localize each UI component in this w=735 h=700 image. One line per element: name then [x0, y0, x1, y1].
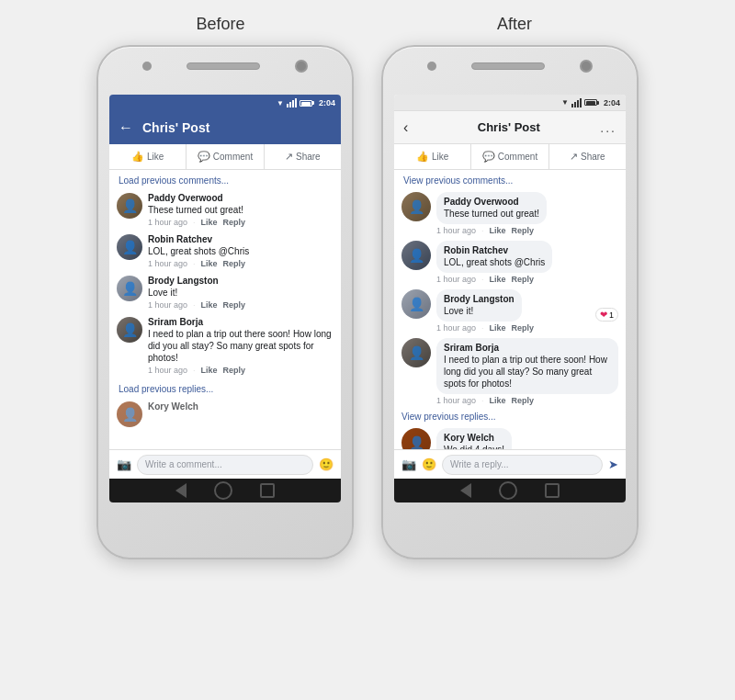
name-robin-after: Robin Ratchev — [444, 245, 545, 255]
time-brody-after: 1 hour ago — [436, 323, 476, 333]
after-content: View previous comments... 👤 Paddy Overwo… — [394, 170, 626, 449]
before-content: Load previous comments... 👤 Paddy Overwo… — [109, 170, 341, 449]
before-status-bar: ▼ 2:04 — [109, 95, 341, 111]
like-paddy-before[interactable]: Like — [201, 218, 218, 227]
reply-brody-before[interactable]: Reply — [223, 300, 246, 310]
emoji-icon-after[interactable]: 🙂 — [422, 457, 436, 471]
back-button-after[interactable] — [460, 483, 471, 498]
time-paddy-after: 1 hour ago — [436, 226, 476, 235]
text-robin-after: LOL, great shots @Chris — [444, 256, 545, 268]
after-comment-3: 👤 Brody Langston Love it! ❤ 1 — [394, 287, 626, 335]
phones-row: ▼ 2:04 — [96, 45, 639, 559]
speaker — [187, 62, 260, 70]
reply-robin-before[interactable]: Reply — [223, 259, 246, 268]
recents-button-after[interactable] — [545, 483, 560, 498]
reply-paddy-before[interactable]: Reply — [223, 218, 246, 227]
before-back-arrow[interactable]: ← — [119, 119, 133, 136]
before-load-previous[interactable]: Load previous comments... — [109, 170, 341, 189]
after-like-btn[interactable]: 👍 Like — [394, 144, 471, 169]
before-phone-top — [142, 60, 308, 73]
like-brody-before[interactable]: Like — [201, 300, 218, 310]
heart-icon: ❤ — [600, 310, 607, 320]
avatar-sriram-after: 👤 — [401, 338, 431, 367]
after-label: After — [395, 15, 634, 34]
before-load-replies[interactable]: Load previous replies... — [109, 378, 341, 398]
name-kory-before: Kory Welch — [148, 401, 334, 412]
before-share-btn[interactable]: ↗ Share — [265, 144, 341, 169]
before-comment-input[interactable]: Write a comment... — [137, 455, 313, 475]
text-sriram-before: I need to plan a trip out there soon! Ho… — [148, 328, 334, 364]
name-paddy-after: Paddy Overwood — [444, 197, 539, 207]
time-sriram-before: 1 hour ago — [148, 366, 187, 375]
avatar-robin-after: 👤 — [401, 241, 431, 270]
reply-brody-after[interactable]: Reply — [512, 323, 535, 333]
like-robin-before[interactable]: Like — [201, 259, 218, 268]
after-share-btn[interactable]: ↗ Share — [549, 144, 626, 169]
text-paddy-before: These turned out great! — [148, 204, 334, 216]
labels-row: Before After — [74, 15, 662, 34]
after-screen: ▼ 2:04 — [394, 95, 626, 502]
after-reply-input[interactable]: Write a reply... — [442, 455, 603, 475]
before-label: Before — [101, 15, 340, 34]
avatar-kory-after: 👤 — [401, 428, 431, 449]
comment-icon: 💬 — [198, 151, 210, 163]
before-nav-title: Chris' Post — [142, 120, 332, 135]
text-robin-before: LOL, great shots @Chris — [148, 245, 334, 257]
after-more-btn[interactable]: ... — [600, 120, 616, 135]
reply-sriram-after[interactable]: Reply — [512, 396, 535, 405]
recents-button-before[interactable] — [260, 483, 275, 498]
after-nav-bar: ‹ Chris' Post ... — [394, 111, 626, 144]
avatar-paddy-before: 👤 — [117, 193, 142, 219]
before-nav-bar: ← Chris' Post — [109, 111, 341, 144]
camera — [295, 60, 308, 73]
avatar-paddy-after: 👤 — [401, 192, 431, 221]
reaction-badge: ❤ 1 — [595, 308, 618, 322]
camera-icon-after[interactable]: 📷 — [401, 457, 416, 471]
before-comment-btn[interactable]: 💬 Comment — [187, 144, 264, 169]
after-reply-kory: 👤 Kory Welch We did 4 days! — [394, 425, 626, 449]
after-back-arrow[interactable]: ‹ — [403, 119, 408, 136]
camera-icon-before[interactable]: 📷 — [117, 457, 131, 471]
after-view-previous[interactable]: View previous comments... — [394, 170, 626, 189]
share-icon: ↗ — [285, 151, 293, 163]
name-brody-before: Brody Langston — [148, 276, 334, 286]
like-paddy-after[interactable]: Like — [490, 226, 506, 235]
front-dot — [142, 62, 152, 71]
like-icon-after: 👍 — [416, 151, 429, 163]
after-nav-title: Chris' Post — [417, 120, 600, 134]
speaker-after — [471, 62, 545, 70]
send-icon-after[interactable]: ➤ — [608, 457, 618, 471]
before-like-btn[interactable]: 👍 Like — [109, 144, 187, 169]
time-robin-before: 1 hour ago — [148, 259, 187, 268]
home-button-after[interactable] — [499, 481, 517, 500]
after-phone: ▼ 2:04 — [381, 45, 639, 559]
time-robin-after: 1 hour ago — [436, 275, 476, 284]
avatar-kory-before: 👤 — [117, 401, 142, 427]
text-paddy-after: These turned out great! — [444, 208, 539, 220]
text-brody-before: Love it! — [148, 287, 334, 299]
name-robin-before: Robin Ratchev — [148, 234, 334, 244]
before-input-bar: 📷 Write a comment... 🙂 — [109, 449, 341, 479]
like-brody-after[interactable]: Like — [490, 323, 506, 333]
before-comment-2: 👤 Robin Ratchev LOL, great shots @Chris … — [109, 231, 341, 272]
comment-icon-after: 💬 — [482, 151, 495, 163]
after-comment-4: 👤 Sriram Borja I need to plan a trip out… — [394, 335, 626, 408]
like-sriram-before[interactable]: Like — [201, 366, 218, 375]
status-icons-after: ▼ 2:04 — [561, 98, 620, 107]
after-comment-btn[interactable]: 💬 Comment — [471, 144, 548, 169]
after-action-bar: 👍 Like 💬 Comment ↗ Share — [394, 144, 626, 170]
battery-icon-after — [584, 99, 599, 106]
back-button-before[interactable] — [175, 483, 187, 498]
before-screen: ▼ 2:04 — [109, 95, 341, 502]
after-view-previous-replies[interactable]: View previous replies... — [394, 408, 626, 425]
like-robin-after[interactable]: Like — [490, 275, 506, 284]
reply-paddy-after[interactable]: Reply — [512, 226, 535, 235]
home-button-before[interactable] — [214, 481, 232, 500]
emoji-icon-before[interactable]: 🙂 — [319, 457, 334, 471]
reply-robin-after[interactable]: Reply — [512, 275, 535, 284]
reply-sriram-before[interactable]: Reply — [223, 366, 246, 375]
name-sriram-after: Sriram Borja — [444, 343, 611, 353]
like-sriram-after[interactable]: Like — [490, 396, 506, 405]
avatar-robin-before: 👤 — [117, 234, 142, 260]
share-icon-after: ↗ — [570, 151, 578, 163]
